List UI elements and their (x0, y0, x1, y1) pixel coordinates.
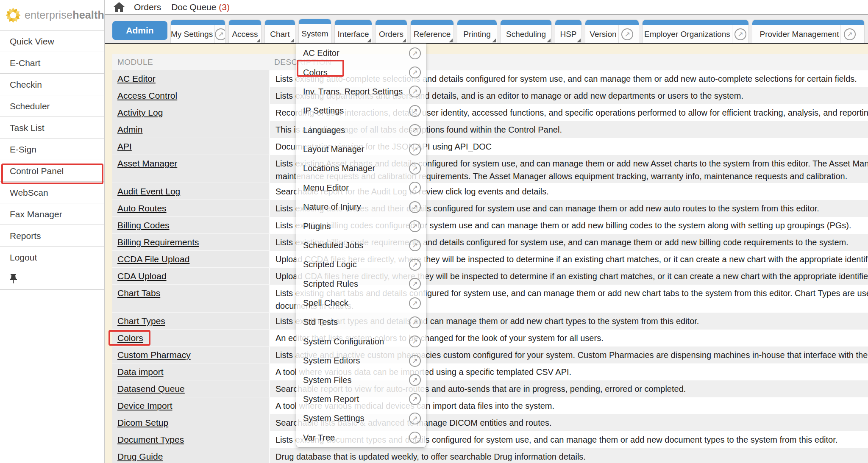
menu-item-open-new-window[interactable]: ↗ (409, 163, 421, 175)
module-link-audit-event-log[interactable]: Audit Event Log (117, 186, 180, 196)
menu-item-open-new-window[interactable]: ↗ (409, 47, 421, 59)
menu-item-layout-manager[interactable]: Layout Manager↗ (296, 140, 426, 159)
module-link-asset-manager[interactable]: Asset Manager (117, 158, 177, 168)
menu-item-scripted-logic[interactable]: Scripted Logic↗ (296, 255, 426, 274)
menu-item-open-new-window[interactable]: ↗ (409, 182, 421, 194)
module-link-api[interactable]: API (117, 141, 132, 151)
module-link-access-control[interactable]: Access Control (117, 91, 177, 100)
tab-hsp[interactable]: HSP (555, 19, 582, 43)
menu-item-open-new-window[interactable]: ↗ (409, 335, 421, 347)
menu-item-system-configuration[interactable]: System Configuration↗ (296, 332, 426, 351)
menu-item-ip-settings[interactable]: IP Settings↗ (296, 101, 426, 120)
breadcrumb-doc-queue[interactable]: Doc Queue (3) (171, 2, 230, 12)
tab-interface[interactable]: Interface (334, 19, 372, 43)
module-link-dicom-setup[interactable]: Dicom Setup (117, 418, 168, 427)
menu-item-open-new-window[interactable]: ↗ (409, 374, 421, 386)
tab-my-settings[interactable]: My Settings↗ (170, 19, 225, 43)
module-link-ccda-file-upload[interactable]: CCDA File Upload (117, 254, 189, 264)
module-link-cda-upload[interactable]: CDA Upload (117, 271, 167, 281)
menu-item-system-report[interactable]: System Report↗ (296, 390, 426, 409)
menu-item-open-new-window[interactable]: ↗ (409, 201, 421, 213)
sidebar-item-task-list[interactable]: Task List (0, 117, 104, 139)
menu-item-open-new-window[interactable]: ↗ (409, 393, 421, 405)
module-link-data-import[interactable]: Data import (117, 367, 164, 377)
tab-scheduling[interactable]: Scheduling (500, 19, 552, 43)
menu-item-system-editors[interactable]: System Editors↗ (296, 351, 426, 370)
module-link-colors[interactable]: Colors (117, 333, 143, 343)
tab-chart[interactable]: Chart (264, 19, 295, 43)
sidebar-item-scheduler[interactable]: Scheduler (0, 95, 104, 117)
menu-item-scheduled-jobs[interactable]: Scheduled Jobs↗ (296, 236, 426, 255)
module-link-billing-requirements[interactable]: Billing Requirements (117, 237, 199, 247)
module-link-activity-log[interactable]: Activity Log (117, 108, 163, 117)
menu-item-languages[interactable]: Languages↗ (296, 121, 426, 140)
tab-open-new-window[interactable]: ↗ (840, 25, 858, 43)
tab-provider-management[interactable]: Provider Management↗ (752, 19, 865, 43)
sidebar-item-e-sign[interactable]: E-Sign (0, 139, 104, 160)
menu-item-open-new-window[interactable]: ↗ (409, 297, 421, 309)
menu-item-plugins[interactable]: Plugins↗ (296, 216, 426, 236)
module-link-document-types[interactable]: Document Types (117, 435, 184, 444)
tab-system[interactable]: System (298, 19, 331, 43)
menu-item-menu-editor[interactable]: Menu Editor↗ (296, 178, 426, 197)
table-row-data-import: Data importA tool where various data can… (112, 363, 868, 380)
menu-item-open-new-window[interactable]: ↗ (409, 432, 421, 444)
menu-item-colors[interactable]: Colors↗ (296, 63, 426, 82)
home-icon[interactable] (114, 2, 125, 12)
menu-item-ac-editor[interactable]: AC Editor↗ (296, 44, 426, 63)
module-link-datasend-queue[interactable]: Datasend Queue (117, 384, 185, 394)
tab-printing[interactable]: Printing (457, 19, 497, 43)
sunflower-logo-icon (5, 4, 21, 26)
module-link-ac-editor[interactable]: AC Editor (117, 74, 156, 83)
tab-open-new-window[interactable]: ↗ (618, 25, 636, 43)
tab-reference[interactable]: Reference (410, 19, 454, 43)
tab-version[interactable]: Version↗ (585, 19, 639, 43)
sidebar-item-control-panel[interactable]: Control Panel (0, 160, 104, 182)
menu-item-nature-of-injury[interactable]: Nature of Injury↗ (296, 197, 426, 216)
menu-item-inv-trans-report-settings[interactable]: Inv. Trans. Report Settings↗ (296, 82, 426, 101)
module-link-auto-routes[interactable]: Auto Routes (117, 203, 167, 213)
menu-item-scripted-rules[interactable]: Scripted Rules↗ (296, 274, 426, 294)
tab-employer-organizations[interactable]: Employer Organizations↗ (642, 19, 749, 43)
module-link-admin[interactable]: Admin (117, 125, 143, 134)
module-link-billing-codes[interactable]: Billing Codes (117, 220, 170, 230)
menu-item-var-tree[interactable]: Var Tree↗ (296, 428, 426, 447)
breadcrumb-orders[interactable]: Orders (134, 2, 161, 12)
module-link-drug-guide[interactable]: Drug Guide (117, 452, 163, 461)
sidebar-item-reports[interactable]: Reports (0, 225, 104, 247)
menu-item-spell-check[interactable]: Spell Check↗ (296, 294, 426, 313)
menu-item-open-new-window[interactable]: ↗ (409, 316, 421, 328)
menu-item-open-new-window[interactable]: ↗ (409, 239, 421, 251)
menu-item-open-new-window[interactable]: ↗ (409, 86, 421, 97)
menu-item-open-new-window[interactable]: ↗ (409, 413, 421, 424)
menu-item-open-new-window[interactable]: ↗ (409, 355, 421, 367)
menu-item-open-new-window[interactable]: ↗ (409, 144, 421, 155)
menu-item-open-new-window[interactable]: ↗ (409, 259, 421, 271)
menu-item-open-new-window[interactable]: ↗ (409, 220, 421, 232)
sidebar-item-webscan[interactable]: WebScan (0, 182, 104, 203)
tab-admin[interactable]: Admin (112, 21, 167, 40)
menu-item-open-new-window[interactable]: ↗ (409, 124, 421, 136)
tab-access[interactable]: Access (228, 19, 262, 43)
menu-item-locations-manager[interactable]: Locations Manager↗ (296, 159, 426, 178)
module-link-device-import[interactable]: Device Import (117, 401, 172, 410)
module-link-custom-pharmacy[interactable]: Custom Pharmacy (117, 350, 191, 360)
tab-label: Orders (377, 25, 405, 39)
menu-item-open-new-window[interactable]: ↗ (409, 278, 421, 290)
menu-item-std-tests[interactable]: Std Tests↗ (296, 313, 426, 332)
sidebar-item-fax-manager[interactable]: Fax Manager (0, 203, 104, 225)
menu-item-open-new-window[interactable]: ↗ (409, 67, 421, 78)
menu-item-system-settings[interactable]: System Settings↗ (296, 409, 426, 428)
sidebar-item-logout[interactable]: Logout (0, 247, 104, 268)
tab-open-new-window[interactable]: ↗ (214, 25, 225, 43)
module-link-chart-tabs[interactable]: Chart Tabs (117, 288, 160, 298)
sidebar-item-checkin[interactable]: Checkin (0, 74, 104, 95)
tab-orders[interactable]: Orders (375, 19, 407, 43)
tab-open-new-window[interactable]: ↗ (732, 25, 748, 43)
menu-item-open-new-window[interactable]: ↗ (409, 105, 421, 117)
sidebar-item-quick-view[interactable]: Quick View (0, 30, 104, 52)
sidebar-item-e-chart[interactable]: E-Chart (0, 52, 104, 74)
module-link-chart-types[interactable]: Chart Types (117, 316, 165, 326)
menu-item-system-files[interactable]: System Files↗ (296, 370, 426, 389)
sidebar-pin-toggle[interactable] (0, 268, 104, 290)
